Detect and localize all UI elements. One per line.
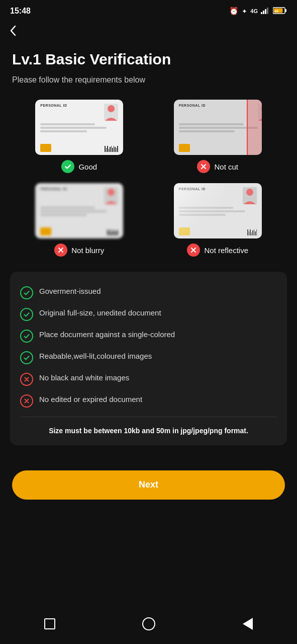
nav-home-button[interactable]	[140, 615, 158, 633]
req-text-readable: Reabable,well-lit,coloured images	[39, 351, 152, 361]
status-bar: 15:48 ⏰ ✦ 4G	[0, 0, 297, 20]
svg-point-10	[108, 189, 115, 196]
check-icon-govt	[20, 286, 33, 299]
page-title: Lv.1 Basic Verification	[0, 41, 297, 73]
svg-point-8	[108, 105, 115, 112]
example-good: PERSONAL ID	[15, 100, 144, 173]
svg-rect-1	[263, 11, 264, 14]
bluetooth-icon: ✦	[242, 8, 247, 15]
svg-rect-3	[267, 8, 268, 14]
status-icons: ⏰ ✦ 4G 49	[229, 7, 287, 16]
example-not-blurry-label: Not blurry	[54, 244, 104, 257]
next-button[interactable]: Next	[12, 470, 285, 500]
bottom-nav	[0, 609, 297, 644]
check-icon-original	[20, 308, 33, 321]
back-button[interactable]	[0, 20, 297, 41]
svg-rect-5	[285, 9, 287, 12]
req-item-no-edited: No edited or expired document	[20, 390, 277, 412]
req-text-govt: Goverment-issued	[39, 286, 101, 296]
example-good-label: Good	[61, 160, 97, 173]
signal-icon	[261, 7, 270, 16]
back-icon	[243, 618, 253, 630]
cross-icon-not-blurry	[54, 244, 67, 257]
cross-icon-no-edited	[20, 394, 33, 408]
req-text-no-bw: No black and white images	[39, 372, 129, 383]
req-text-place: Place document against a single-colored	[39, 329, 175, 340]
alarm-icon: ⏰	[229, 7, 239, 16]
battery-icon: 49	[273, 7, 287, 16]
req-item-original: Original full-size, unedited document	[20, 303, 277, 325]
4g-icon: 4G	[250, 8, 258, 14]
example-not-cut-label: Not cut	[197, 160, 238, 173]
cross-icon-no-bw	[20, 373, 33, 386]
check-icon-place	[20, 330, 33, 343]
id-examples-grid: PERSONAL ID	[0, 95, 297, 267]
req-item-govt: Goverment-issued	[20, 282, 277, 303]
cross-icon-not-reflective	[187, 244, 200, 257]
svg-rect-2	[265, 9, 266, 14]
check-icon-readable	[20, 351, 33, 364]
svg-text:49: 49	[274, 10, 278, 13]
req-item-place: Place document against a single-colored	[20, 325, 277, 347]
req-text-original: Original full-size, unedited document	[39, 307, 161, 318]
requirements-box: Goverment-issued Original full-size, une…	[10, 272, 287, 445]
req-item-no-bw: No black and white images	[20, 368, 277, 390]
status-time: 15:48	[10, 7, 31, 16]
example-not-reflective: PERSONAL ID	[154, 183, 282, 257]
req-item-readable: Reabable,well-lit,coloured images	[20, 347, 277, 368]
check-icon-good	[61, 160, 74, 173]
example-not-reflective-label: Not reflective	[187, 244, 248, 257]
nav-recent-apps-button[interactable]	[41, 615, 59, 633]
req-text-no-edited: No edited or expired document	[39, 394, 142, 405]
nav-back-button[interactable]	[239, 615, 257, 633]
home-icon	[142, 617, 155, 630]
svg-point-11	[246, 189, 253, 196]
recent-apps-icon	[44, 618, 55, 629]
page-subtitle: Please follow the requirements below	[0, 73, 297, 95]
example-not-cut: PERSONAL ID	[154, 100, 282, 173]
size-note: Size must be between 10kb and 50m in jpg…	[20, 417, 277, 445]
next-button-container: Next	[0, 455, 297, 510]
svg-rect-0	[261, 12, 262, 14]
cross-icon-not-cut	[197, 160, 210, 173]
example-not-blurry: PERSONAL ID	[15, 183, 144, 257]
